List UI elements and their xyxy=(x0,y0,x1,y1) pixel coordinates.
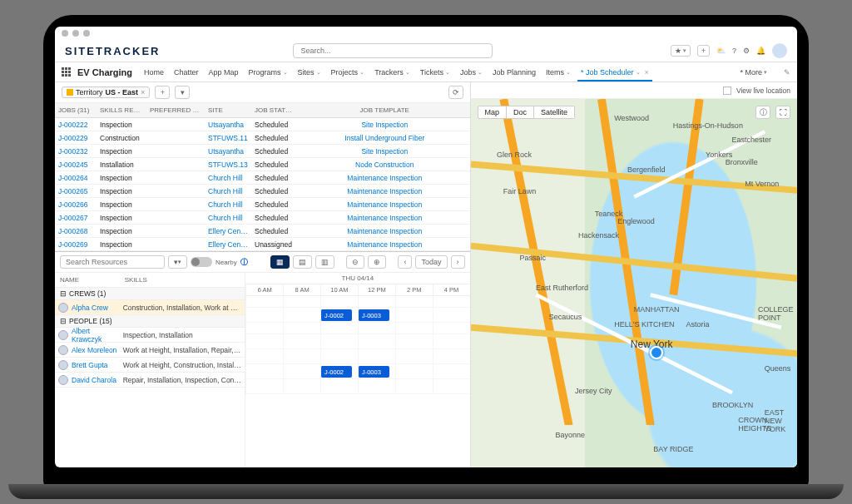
nav-tickets[interactable]: Tickets⌄ xyxy=(420,68,450,77)
job-id-link[interactable]: J-000232 xyxy=(55,146,97,157)
map-mode-satellite[interactable]: Satellite xyxy=(534,106,575,119)
help-icon[interactable]: ? xyxy=(732,47,736,55)
job-id-link[interactable]: J-000268 xyxy=(55,225,97,237)
nav-job-planning[interactable]: Job Planning xyxy=(493,68,536,77)
view-live-checkbox[interactable] xyxy=(723,86,731,95)
job-id-link[interactable]: J-000229 xyxy=(55,132,97,144)
job-badge[interactable]: J-0002 xyxy=(320,309,352,321)
job-template-link[interactable]: Install Underground Fiber xyxy=(300,132,470,144)
next-day-button[interactable]: › xyxy=(451,255,465,269)
nav-sites[interactable]: Sites⌄ xyxy=(298,68,321,77)
resource-name[interactable]: Alex Moreleon xyxy=(72,346,116,354)
job-site-link[interactable]: Church Hill xyxy=(205,172,251,184)
close-tab-icon[interactable]: × xyxy=(645,68,649,77)
map-mode-doc[interactable]: Doc xyxy=(507,106,534,119)
edit-icon[interactable]: ✎ xyxy=(784,68,790,77)
resource-name[interactable]: Albert Krawczyk xyxy=(72,327,120,343)
app-launcher-icon[interactable] xyxy=(62,67,71,77)
refresh-button[interactable]: ⟳ xyxy=(448,86,463,99)
tab-job-scheduler[interactable]: * Job Scheduler⌄× xyxy=(581,68,649,77)
resource-row[interactable]: Alpha Crew Construction, Installation, W… xyxy=(55,300,245,315)
job-template-link[interactable]: Maintenance Inspection xyxy=(300,185,470,197)
job-row[interactable]: J-000229 Construction STFUWS.11 Schedule… xyxy=(55,131,470,145)
map-mode-map[interactable]: Map xyxy=(478,106,508,119)
job-template-link[interactable]: Maintenance Inspection xyxy=(300,239,470,250)
resource-filter-button[interactable]: ▾▾ xyxy=(168,255,187,269)
add-filter-button[interactable]: + xyxy=(155,86,170,99)
nearby-toggle[interactable] xyxy=(191,257,212,267)
job-id-link[interactable]: J-000265 xyxy=(55,185,97,197)
job-template-link[interactable]: Site Inspection xyxy=(300,146,470,157)
job-row[interactable]: J-000269 Inspection Ellery Center Unassi… xyxy=(55,238,470,251)
map-info-icon[interactable]: ⓘ xyxy=(755,106,770,119)
nav-programs[interactable]: Programs⌄ xyxy=(249,68,288,77)
add-button[interactable]: + xyxy=(697,45,710,57)
job-row[interactable]: J-000268 Inspection Ellery Center Schedu… xyxy=(55,225,470,238)
chip-remove-icon[interactable]: × xyxy=(141,88,145,96)
schedule-row[interactable] xyxy=(245,334,469,349)
job-row[interactable]: J-000245 Installation STFUWS.13 Schedule… xyxy=(55,158,470,171)
group-crews[interactable]: ⊟CREWS (1) xyxy=(55,288,245,300)
zoom-in-button[interactable]: ⊕ xyxy=(368,255,386,269)
schedule-row[interactable] xyxy=(245,349,469,364)
job-row[interactable]: J-000222 Inspection Utsayantha Scheduled… xyxy=(55,118,470,131)
job-site-link[interactable]: Church Hill xyxy=(205,185,251,197)
job-row[interactable]: J-000265 Inspection Church Hill Schedule… xyxy=(55,185,470,198)
search-input[interactable] xyxy=(293,43,493,58)
job-template-link[interactable]: Maintenance Inspection xyxy=(300,225,470,237)
job-id-link[interactable]: J-000245 xyxy=(55,159,97,170)
job-row[interactable]: J-000267 Inspection Church Hill Schedule… xyxy=(55,211,470,225)
filter-chip-territory[interactable]: Territory US - East × xyxy=(62,86,150,98)
map-fullscreen-icon[interactable]: ⛶ xyxy=(775,106,790,119)
job-template-link[interactable]: Maintenance Inspection xyxy=(300,212,470,224)
bell-icon[interactable]: 🔔 xyxy=(756,47,765,55)
nav-trackers[interactable]: Trackers⌄ xyxy=(374,68,410,77)
user-avatar[interactable] xyxy=(772,43,787,58)
job-site-link[interactable]: Utsayantha xyxy=(205,119,251,131)
schedule-row[interactable] xyxy=(245,379,469,394)
calendar-month-button[interactable]: ▥ xyxy=(315,255,334,269)
job-site-link[interactable]: Ellery Center xyxy=(205,225,251,237)
gear-icon[interactable]: ⚙ xyxy=(743,47,750,55)
zoom-out-button[interactable]: ⊖ xyxy=(346,255,364,269)
job-row[interactable]: J-000266 Inspection Church Hill Schedule… xyxy=(55,198,470,211)
nav-chatter[interactable]: Chatter xyxy=(174,68,199,77)
filter-funnel-button[interactable]: ▾ xyxy=(175,86,190,99)
resource-row[interactable]: Albert Krawczyk Inspection, Installation xyxy=(55,328,245,343)
job-row[interactable]: J-000264 Inspection Church Hill Schedule… xyxy=(55,171,470,185)
favorites-button[interactable]: ★▾ xyxy=(671,45,691,57)
resource-name[interactable]: David Charola xyxy=(72,376,116,384)
job-badge[interactable]: J-0003 xyxy=(358,366,389,378)
prev-day-button[interactable]: ‹ xyxy=(398,255,412,269)
job-id-link[interactable]: J-000266 xyxy=(55,199,97,210)
info-icon[interactable]: ⓘ xyxy=(240,257,248,268)
resource-search-input[interactable] xyxy=(60,255,165,269)
resource-row[interactable]: Brett Gupta Work at Height, Construction… xyxy=(55,358,245,373)
resource-name[interactable]: Brett Gupta xyxy=(72,361,107,369)
nav-more[interactable]: * More▾ xyxy=(740,68,767,77)
resource-row[interactable]: Alex Moreleon Work at Height, Installati… xyxy=(55,343,245,358)
job-id-link[interactable]: J-000269 xyxy=(55,239,97,250)
job-id-link[interactable]: J-000264 xyxy=(55,172,97,184)
job-template-link[interactable]: Node Construction xyxy=(300,159,470,170)
job-site-link[interactable]: STFUWS.11 xyxy=(205,132,251,144)
schedule-row[interactable]: J-0002J-0003 xyxy=(245,364,469,379)
today-button[interactable]: Today xyxy=(415,255,447,269)
job-site-link[interactable]: Church Hill xyxy=(205,199,251,210)
nav-jobs[interactable]: Jobs⌄ xyxy=(460,68,483,77)
schedule-row[interactable]: J-0002J-0003 xyxy=(245,308,469,323)
job-site-link[interactable]: Utsayantha xyxy=(205,146,251,157)
job-template-link[interactable]: Site Inspection xyxy=(300,119,470,131)
global-search[interactable] xyxy=(293,43,493,58)
resource-name[interactable]: Alpha Crew xyxy=(72,304,108,312)
job-site-link[interactable]: STFUWS.13 xyxy=(205,159,251,170)
job-badge[interactable]: J-0002 xyxy=(320,366,352,378)
map-canvas[interactable]: Map Doc Satellite ⓘ ⛶ YonkersBergenfield… xyxy=(471,99,797,467)
nav-projects[interactable]: Projects⌄ xyxy=(331,68,365,77)
job-site-link[interactable]: Ellery Center xyxy=(205,239,251,250)
resource-row[interactable]: David Charola Repair, Installation, Insp… xyxy=(55,373,245,388)
job-badge[interactable]: J-0003 xyxy=(358,309,389,321)
nav-app-map[interactable]: App Map xyxy=(209,68,239,77)
job-site-link[interactable]: Church Hill xyxy=(205,212,251,224)
calendar-week-button[interactable]: ▤ xyxy=(293,255,312,269)
